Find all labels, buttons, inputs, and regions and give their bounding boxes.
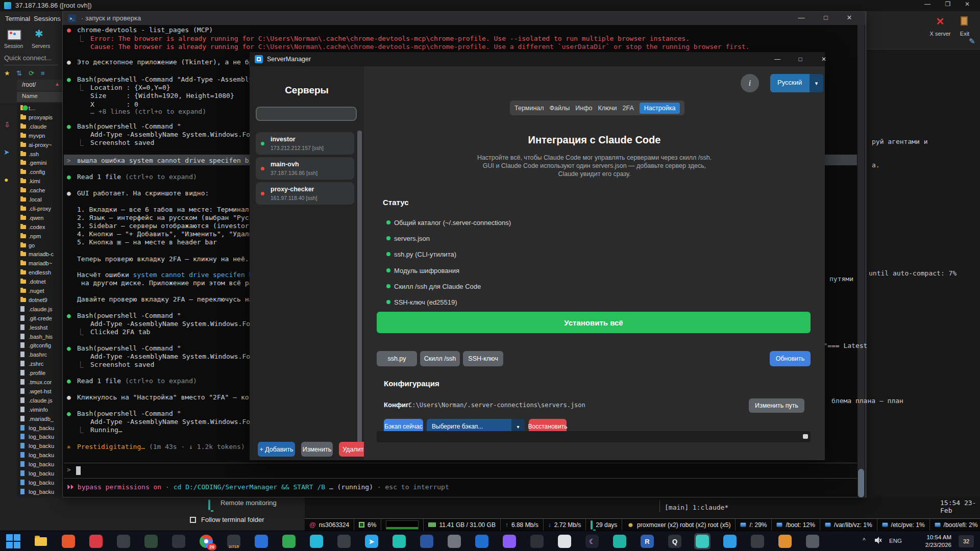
taskbar-icon-8[interactable]: 20 — [198, 533, 214, 549]
taskbar-icon-20[interactable] — [529, 533, 545, 549]
sm-close-button[interactable]: ✕ — [817, 56, 830, 63]
follow-folder-checkbox[interactable] — [190, 517, 196, 523]
taskbar-icon-10[interactable] — [253, 533, 270, 549]
ram-icon — [428, 522, 436, 527]
status-item: servers.json — [394, 235, 430, 242]
config-heading: Конфигурация — [384, 379, 439, 388]
tab-инфо[interactable]: Инфо — [575, 105, 592, 112]
taskbar-icon-12[interactable] — [308, 533, 325, 549]
taskbar-icon-7[interactable] — [170, 533, 187, 549]
tab-2fa[interactable]: 2FA — [623, 105, 634, 112]
server-stats-bar: @ns30633246%11.41 GB / 31.00 GB↑6.88 Mb/… — [305, 518, 980, 531]
disk-icon — [740, 522, 746, 527]
server-name: proxy-checker — [271, 186, 314, 193]
install-2-button[interactable]: Скилл /ssh — [420, 351, 460, 366]
taskbar-icon-1[interactable] — [5, 533, 21, 549]
server-item[interactable]: main-ovh37.187.136.86 [ssh] — [256, 157, 354, 180]
change-path-button[interactable]: Изменить путь — [749, 398, 804, 413]
install-1-button[interactable]: ssh.py — [377, 351, 417, 366]
servers-heading: Серверы — [250, 85, 364, 96]
graph-icon — [386, 520, 419, 530]
taskbar-icon-29[interactable] — [777, 533, 793, 549]
terminal-input-line[interactable]: > — [63, 466, 857, 474]
taskbar-icon-30[interactable] — [804, 533, 821, 549]
language-dropdown[interactable]: Русский ▾ — [770, 74, 823, 92]
taskbar-icon-27[interactable] — [722, 533, 738, 549]
line-marker-icon: ● — [67, 344, 71, 352]
language-indicator[interactable]: ENG — [889, 538, 902, 544]
tray-expand-icon[interactable]: ^ — [863, 537, 866, 544]
taskbar-icon-24[interactable]: R — [639, 533, 655, 549]
status-dot — [261, 142, 264, 145]
servermanager-title: ServerManager — [267, 56, 311, 63]
taskbar-icon-4[interactable] — [88, 533, 104, 549]
taskbar-icon-19[interactable] — [501, 533, 518, 549]
taskbar-icon-3[interactable] — [60, 533, 77, 549]
scrollbar-thumb[interactable] — [803, 434, 808, 439]
remote-monitoring-icon[interactable] — [208, 500, 210, 510]
taskbar-icon-21[interactable] — [556, 533, 573, 549]
line-marker-icon: ● — [67, 312, 71, 319]
taskbar-icon-25[interactable]: Q — [667, 533, 683, 549]
desktop: 37.187.136.86 ([root ovh]) — ❐ ✕ Termina… — [0, 0, 980, 551]
taskbar-icon-15[interactable] — [391, 533, 407, 549]
subtitle-line: Настройте всё, чтобы Claude Code мог упр… — [364, 154, 825, 161]
users-icon: ☻ — [627, 521, 634, 529]
taskbar-icon-11[interactable] — [281, 533, 297, 549]
terminal-titlebar[interactable]: >_ · запуск и проверка — □ ✕ — [63, 12, 865, 25]
sm-maximize-button[interactable]: □ — [794, 56, 807, 63]
server-item[interactable]: proxy-checker161.97.118.40 [ssh] — [256, 182, 354, 205]
speaker-icon[interactable] — [874, 536, 882, 546]
page-title: Интеграция с Claude Code — [364, 134, 825, 146]
backup-select-value: Выберите бэкап... — [432, 423, 483, 430]
config-path: C:\Users\Norman/.server-connections\serv… — [408, 402, 585, 409]
servermanager-titlebar[interactable]: ServerManager — □ ✕ — [250, 52, 825, 66]
sm-minimize-button[interactable]: — — [771, 56, 784, 63]
subtitle-line: Claude увидит его сразу. — [364, 170, 825, 178]
taskbar-icon-9[interactable]: 2/715 — [226, 533, 242, 549]
tab-настройка[interactable]: Настройка — [640, 103, 680, 114]
cpu-icon — [359, 522, 364, 528]
taskbar-icon-14[interactable]: ➤ — [363, 533, 380, 549]
servermanager-window: ServerManager — □ ✕ Серверы investor173.… — [250, 52, 825, 460]
terminal-minimize-button[interactable]: — — [794, 14, 809, 21]
server-name: investor — [271, 136, 296, 143]
taskbar-icon-26[interactable] — [694, 533, 710, 549]
remote-monitoring-label[interactable]: Remote monitoring — [220, 499, 277, 507]
terminal-close-button[interactable]: ✕ — [842, 14, 857, 21]
tab-ключи[interactable]: Ключи — [598, 105, 617, 112]
line-marker-icon: ⎿ — [77, 139, 84, 146]
add-server-button[interactable]: + Добавить — [258, 442, 295, 457]
taskbar-icon-13[interactable] — [336, 533, 352, 549]
taskbar-icon-2[interactable] — [33, 533, 49, 549]
server-name: main-ovh — [271, 161, 299, 168]
terminal-maximize-button[interactable]: □ — [818, 14, 834, 21]
edit-server-button[interactable]: Изменить — [301, 442, 333, 457]
refresh-button[interactable]: Обновить — [770, 351, 811, 366]
server-item[interactable]: investor173.212.212.157 [ssh] — [256, 132, 354, 155]
stat-item: @ns3063324 — [305, 519, 354, 531]
tab-терминал[interactable]: Терминал — [514, 105, 544, 112]
taskbar-icon-16[interactable] — [419, 533, 435, 549]
taskbar-icon-6[interactable] — [143, 533, 159, 549]
install-all-button[interactable]: Установить всё — [377, 312, 811, 333]
status-item: ssh.py (CLI-утилита) — [394, 251, 456, 258]
taskbar-icon-18[interactable] — [474, 533, 490, 549]
tab-файлы[interactable]: Файлы — [550, 105, 570, 112]
taskbar-icon-5[interactable] — [115, 533, 132, 549]
scrollbar-thumb[interactable] — [858, 469, 864, 497]
taskbar-icon-28[interactable] — [749, 533, 766, 549]
taskbar-icon-17[interactable] — [446, 533, 462, 549]
server-search-input[interactable] — [256, 107, 357, 121]
follow-folder-label[interactable]: Follow terminal folder — [201, 516, 264, 523]
info-button[interactable]: i — [741, 74, 759, 92]
install-3-button[interactable]: SSH-ключ — [463, 351, 503, 366]
terminal-scrollbar[interactable] — [857, 25, 865, 496]
clock[interactable]: 10:54 AM 2/23/2026 — [912, 534, 951, 549]
stat-item: /: 29% — [735, 519, 771, 531]
taskbar-icon-23[interactable] — [611, 533, 628, 549]
server-list-scrollbar[interactable] — [357, 131, 362, 445]
notification-count[interactable]: 32 — [959, 535, 974, 547]
line-marker-icon: ● — [67, 189, 71, 197]
taskbar-icon-22[interactable]: ☾ — [584, 533, 600, 549]
